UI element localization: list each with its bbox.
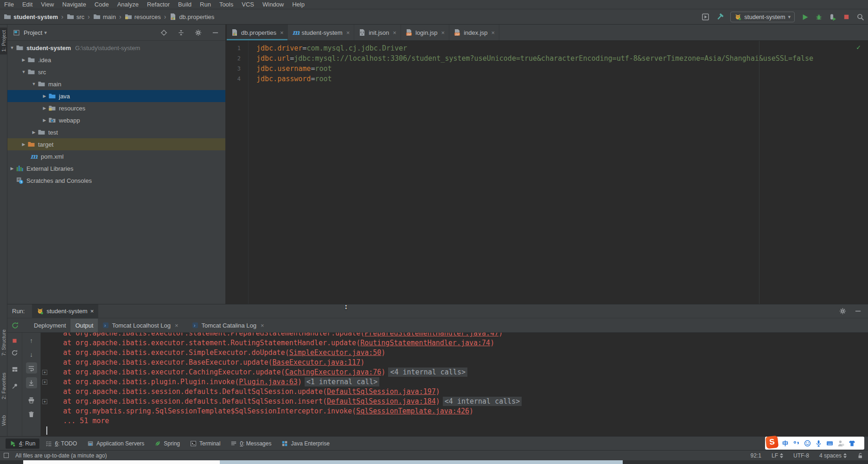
- toolwindow-button-messages[interactable]: 0: Messages: [226, 438, 275, 449]
- close-icon[interactable]: ×: [280, 29, 284, 36]
- toolwindow-button-spring[interactable]: Spring: [150, 438, 184, 449]
- tab-db-properties[interactable]: db.properties ×: [227, 25, 288, 40]
- breadcrumb-src[interactable]: src: [77, 13, 84, 20]
- toolwindow-button-java-enterprise[interactable]: Java Enterprise: [277, 438, 333, 449]
- hide-panel-icon[interactable]: [855, 308, 862, 315]
- build-hammer-icon[interactable]: [716, 13, 724, 21]
- punctuation-icon[interactable]: [792, 439, 800, 447]
- stack-link[interactable]: Plugin.java:63: [239, 378, 297, 386]
- toolwindow-tab-favorites[interactable]: 2: Favorites: [0, 373, 7, 399]
- tab-tomcat-catalina-log[interactable]: › Tomcat Catalina Log ×: [187, 319, 268, 332]
- stack-link[interactable]: RoutingStatementHandler.java:74: [360, 339, 490, 347]
- tree-row-project-root[interactable]: ▼ student-system G:\study\student-system: [7, 42, 225, 54]
- toolwindow-button-application-servers[interactable]: Application Servers: [83, 438, 148, 449]
- chevron-collapsed-icon[interactable]: ▶: [8, 166, 16, 171]
- toolwindow-toggle-icon[interactable]: [4, 453, 9, 458]
- code-editor[interactable]: ✓ 1 jdbc.driver=com.mysql.cj.jdbc.Driver…: [227, 41, 868, 304]
- indent-select[interactable]: 4 spaces: [819, 452, 847, 459]
- chevron-collapsed-icon[interactable]: ▶: [30, 130, 38, 135]
- stack-link[interactable]: SimpleExecutor.java:50: [289, 348, 382, 357]
- tree-row-pom[interactable]: m pom.xml: [7, 150, 225, 162]
- breadcrumb-project[interactable]: student-system: [13, 13, 58, 20]
- inspections-ok-icon[interactable]: ✓: [856, 42, 861, 52]
- menu-file[interactable]: File: [0, 0, 18, 8]
- tree-row-main[interactable]: ▼ main: [7, 78, 225, 90]
- profiler-icon[interactable]: [829, 13, 836, 21]
- account-icon[interactable]: [837, 439, 845, 447]
- scroll-to-end-icon[interactable]: [26, 377, 37, 388]
- toolwindow-tab-project[interactable]: 1: Project: [0, 27, 7, 54]
- stop-button-icon[interactable]: [843, 13, 850, 20]
- menu-code[interactable]: Code: [90, 0, 113, 8]
- close-icon[interactable]: ×: [346, 29, 350, 36]
- chevron-collapsed-icon[interactable]: ▶: [20, 142, 27, 147]
- breadcrumb-file[interactable]: db.properties: [179, 13, 214, 20]
- gear-icon[interactable]: [195, 29, 202, 36]
- caret-position[interactable]: 92:1: [751, 452, 761, 459]
- voice-input-icon[interactable]: [815, 439, 823, 447]
- tab-index-jsp[interactable]: JSP index.jsp ×: [449, 25, 499, 40]
- tab-init-json[interactable]: init.json ×: [354, 25, 401, 40]
- encoding-select[interactable]: UTF-8: [793, 452, 809, 459]
- toolwindow-button-todo[interactable]: 6: TODO: [41, 438, 81, 449]
- menu-edit[interactable]: Edit: [18, 0, 37, 8]
- locate-file-icon[interactable]: [160, 29, 167, 36]
- gear-icon[interactable]: [839, 308, 846, 315]
- tab-login-jsp[interactable]: JSP login.jsp ×: [401, 25, 449, 40]
- fold-expand-icon[interactable]: +: [42, 380, 47, 385]
- close-icon[interactable]: ×: [491, 29, 495, 36]
- rerun-icon[interactable]: [11, 322, 19, 329]
- breadcrumb-main[interactable]: main: [103, 13, 116, 20]
- menu-navigate[interactable]: Navigate: [58, 0, 90, 8]
- chevron-expanded-icon[interactable]: ▼: [30, 82, 38, 86]
- pin-icon[interactable]: [11, 382, 19, 390]
- close-icon[interactable]: ×: [393, 29, 396, 36]
- debug-button-icon[interactable]: [815, 13, 823, 21]
- chevron-collapsed-icon[interactable]: ▶: [41, 94, 48, 98]
- toolwindow-button-terminal[interactable]: Terminal: [186, 438, 224, 449]
- tab-student-system[interactable]: m student-system ×: [288, 25, 354, 40]
- tree-row-external-libraries[interactable]: ▶ External Libraries: [7, 162, 225, 174]
- layout-icon[interactable]: [11, 365, 19, 374]
- run-configuration-select[interactable]: student-system ▾: [730, 12, 795, 22]
- menu-vcs[interactable]: VCS: [237, 0, 258, 8]
- menu-refactor[interactable]: Refactor: [143, 0, 174, 8]
- tree-row-src[interactable]: ▼ src: [7, 66, 225, 78]
- menu-window[interactable]: Window: [258, 0, 288, 8]
- chinese-mode-icon[interactable]: [781, 439, 789, 447]
- run-button-icon[interactable]: [801, 13, 809, 21]
- soft-wrap-icon[interactable]: [26, 362, 37, 374]
- restart-server-icon[interactable]: [11, 348, 19, 357]
- stack-link[interactable]: DefaultSqlSession.java:197: [327, 387, 436, 396]
- close-icon[interactable]: ×: [90, 308, 94, 315]
- collapse-all-icon[interactable]: [178, 29, 185, 36]
- virtual-keyboard-icon[interactable]: [826, 439, 834, 447]
- tree-row-scratches[interactable]: Scratches and Consoles: [7, 174, 225, 187]
- tab-deployment[interactable]: Deployment: [29, 319, 70, 332]
- menu-run[interactable]: Run: [196, 0, 215, 8]
- stop-icon[interactable]: [11, 336, 19, 345]
- close-icon[interactable]: ×: [441, 29, 445, 36]
- close-icon[interactable]: ×: [261, 322, 264, 329]
- breadcrumb-resources[interactable]: resources: [134, 13, 161, 20]
- menu-help[interactable]: Help: [288, 0, 309, 8]
- menu-view[interactable]: View: [37, 0, 58, 8]
- stack-link[interactable]: CachingExecutor.java:76: [285, 368, 382, 376]
- tree-row-resources[interactable]: ▶ resources: [7, 102, 225, 114]
- tree-row-webapp[interactable]: ▶ webapp: [7, 114, 225, 126]
- chevron-expanded-icon[interactable]: ▼: [8, 45, 16, 50]
- tab-tomcat-localhost-log[interactable]: › Tomcat Localhost Log ×: [98, 319, 183, 332]
- folded-calls[interactable]: <4 internal calls>: [388, 367, 467, 377]
- skin-icon[interactable]: [848, 439, 856, 447]
- toolwindow-button-run[interactable]: 4: Run: [6, 438, 39, 449]
- project-panel-title[interactable]: Project: [24, 29, 42, 36]
- hide-panel-icon[interactable]: [212, 29, 219, 36]
- chevron-collapsed-icon[interactable]: ▶: [41, 106, 48, 110]
- stack-link[interactable]: PreparedStatementHandler.java:47: [364, 333, 498, 337]
- fold-expand-icon[interactable]: +: [42, 399, 47, 404]
- line-ending-select[interactable]: LF: [772, 452, 783, 459]
- menu-build[interactable]: Build: [174, 0, 196, 8]
- chevron-down-icon[interactable]: ▾: [44, 30, 47, 36]
- clear-console-icon[interactable]: [27, 410, 36, 418]
- chevron-collapsed-icon[interactable]: ▶: [20, 58, 27, 62]
